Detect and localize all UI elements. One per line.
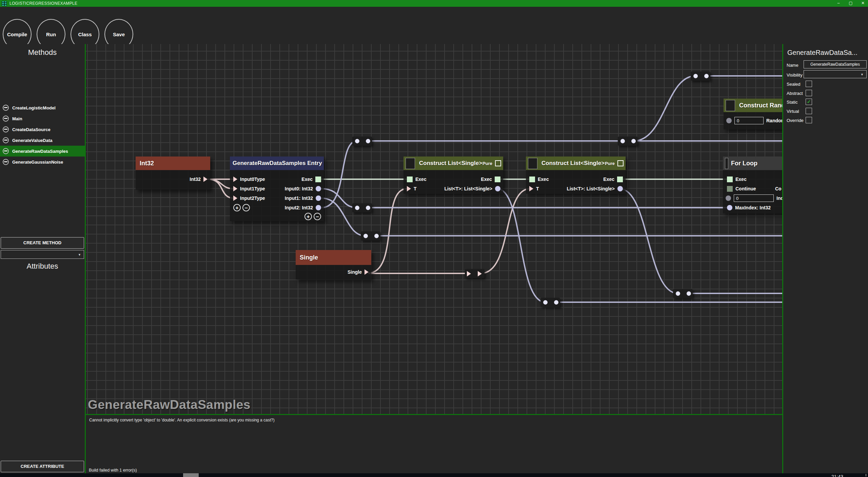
exec-pin-icon[interactable]	[315, 177, 321, 182]
name-field[interactable]: GenerateRawDataSamples	[804, 60, 867, 68]
type-pin-icon[interactable]	[529, 186, 533, 191]
remove-method-icon[interactable]	[3, 126, 9, 132]
pure-checkbox[interactable]	[617, 160, 624, 166]
remove-method-icon[interactable]	[3, 137, 9, 143]
reroute-node-type[interactable]	[465, 269, 485, 278]
exec-pin-icon[interactable]	[727, 186, 733, 192]
sidebar-item-createdatasource[interactable]: CreateDataSource	[0, 124, 85, 135]
entry-node[interactable]: GenerateRawDataSamples Entry Input0Type …	[230, 157, 324, 221]
taskbar-item[interactable]	[183, 473, 199, 477]
create-attribute-button[interactable]: CREATE ATTRIBUTE	[1, 461, 84, 472]
error-message[interactable]: Cannot implicitly convert type 'object' …	[89, 418, 275, 422]
type-pin-icon[interactable]	[233, 177, 237, 182]
t-in-pin[interactable]: T	[529, 184, 539, 193]
method-type-dropdown[interactable]: ▼	[1, 250, 84, 259]
add-pin-icon[interactable]: +	[233, 204, 241, 211]
random-input-row[interactable]: 0 Random	[726, 116, 782, 125]
data-pin-icon[interactable]	[316, 205, 321, 210]
list-out-pin[interactable]: List<T>: List<Single>	[444, 184, 500, 193]
remove-method-icon[interactable]	[3, 105, 9, 111]
exec-in-pin[interactable]: Exec	[727, 174, 747, 184]
sealed-checkbox[interactable]	[806, 81, 812, 87]
reroute-node[interactable]	[618, 137, 637, 146]
maxindex-in-pin[interactable]: MaxIndex: Int32	[727, 203, 771, 212]
reroute-node[interactable]	[352, 137, 372, 146]
sidebar-item-generategaussiannoise[interactable]: GenerateGaussianNoise	[0, 157, 85, 167]
visibility-dropdown[interactable]: ▼	[804, 70, 867, 78]
exec-pin-icon[interactable]	[529, 177, 535, 182]
entry-input2-out-pin[interactable]: Input2: Int32	[285, 203, 321, 212]
index-input-row[interactable]: 0 Ind	[726, 193, 782, 203]
collapse-tab[interactable]	[406, 158, 415, 169]
data-pin-icon[interactable]	[316, 186, 321, 191]
index-value-input[interactable]: 0	[734, 194, 774, 202]
exec-pin-icon[interactable]	[727, 177, 733, 182]
reroute-node[interactable]	[673, 289, 693, 298]
reroute-node[interactable]	[540, 298, 560, 307]
collapse-tab[interactable]	[726, 100, 735, 111]
single-output-pin[interactable]: Single	[348, 267, 369, 277]
exec-pin-icon[interactable]	[617, 177, 623, 182]
input2type-pin[interactable]: Input2Type	[233, 193, 265, 203]
data-pin-icon[interactable]	[726, 195, 731, 201]
exec-in-pin[interactable]: Exec	[407, 174, 427, 184]
data-pin-icon[interactable]	[495, 186, 500, 191]
remove-pin-icon[interactable]: −	[314, 213, 321, 220]
sidebar-item-createlogisticmodel[interactable]: CreateLogisticModel	[0, 102, 85, 113]
sidebar-item-main[interactable]: Main	[0, 113, 85, 124]
construct-random-node[interactable]: Construct Random 0 Random	[724, 99, 782, 129]
type-pin-icon[interactable]	[364, 269, 369, 275]
exec-out-pin[interactable]: Exec	[481, 174, 500, 184]
pure-checkbox[interactable]	[495, 160, 501, 166]
reroute-node[interactable]	[691, 71, 710, 81]
exec-pin-icon[interactable]	[407, 177, 413, 182]
entry-input1-out-pin[interactable]: Input1: Int32	[285, 193, 321, 203]
remove-method-icon[interactable]	[3, 116, 9, 122]
static-checkbox[interactable]: ✓	[806, 99, 812, 105]
override-checkbox[interactable]	[806, 117, 812, 123]
remove-method-icon[interactable]	[3, 159, 9, 165]
sidebar-item-generatevaluedata[interactable]: GenerateValueData	[0, 135, 85, 146]
random-value-input[interactable]: 0	[734, 117, 764, 124]
node-graph-canvas[interactable]: Int32 Int32 GenerateRawDataSamples Entry…	[86, 44, 782, 414]
data-pin-icon[interactable]	[726, 118, 732, 123]
construct-list-node-1[interactable]: Construct List<Single> Pure Exec T Exec …	[403, 157, 503, 194]
single-node-header[interactable]: Single	[296, 250, 371, 265]
entry-node-header[interactable]: GenerateRawDataSamples Entry	[230, 157, 324, 170]
close-icon[interactable]: ✕	[858, 0, 868, 7]
int32-output-pin[interactable]: Int32	[190, 174, 208, 184]
reroute-node[interactable]	[352, 203, 372, 212]
exec-in-pin[interactable]: Exec	[529, 174, 549, 184]
for-loop-node[interactable]: For Loop Exec Continue Co 0 Ind MaxIndex…	[723, 157, 782, 213]
input1type-pin[interactable]: Input1Type	[233, 184, 265, 193]
list-out-pin[interactable]: List<T>: List<Single>	[567, 184, 623, 193]
remove-pin-icon[interactable]: −	[242, 204, 250, 211]
collapse-tab[interactable]	[725, 158, 728, 169]
type-pin-icon[interactable]	[233, 195, 237, 201]
abstract-checkbox[interactable]	[806, 90, 812, 96]
collapse-tab[interactable]	[528, 158, 537, 169]
data-pin-icon[interactable]	[617, 186, 623, 191]
int32-node[interactable]: Int32 Int32	[136, 157, 210, 190]
construct-list-node-2[interactable]: Construct List<Single> Pure Exec T Exec …	[526, 157, 626, 194]
remove-method-icon[interactable]	[3, 148, 9, 154]
create-method-button[interactable]: CREATE METHOD	[1, 237, 84, 249]
single-node[interactable]: Single Single	[296, 250, 371, 279]
continue-in-pin[interactable]: Continue	[727, 184, 756, 193]
type-pin-icon[interactable]	[233, 186, 237, 191]
type-pin-icon[interactable]	[203, 177, 208, 182]
virtual-checkbox[interactable]	[806, 108, 812, 114]
exec-pin-icon[interactable]	[495, 177, 500, 182]
data-pin-icon[interactable]	[316, 195, 321, 201]
t-in-pin[interactable]: T	[407, 184, 417, 193]
int32-node-header[interactable]: Int32	[136, 157, 210, 170]
minimize-icon[interactable]: –	[833, 0, 844, 7]
input0type-pin[interactable]: Input0Type	[233, 174, 265, 184]
maximize-icon[interactable]: ▢	[846, 0, 856, 7]
sidebar-item-generaterawdatasamples[interactable]: GenerateRawDataSamples	[0, 146, 85, 157]
entry-exec-out-pin[interactable]: Exec	[301, 174, 321, 184]
type-pin-icon[interactable]	[407, 186, 411, 191]
exec-out-pin[interactable]: Exec	[603, 174, 623, 184]
reroute-node[interactable]	[361, 231, 380, 241]
add-pin-icon[interactable]: +	[304, 213, 312, 220]
